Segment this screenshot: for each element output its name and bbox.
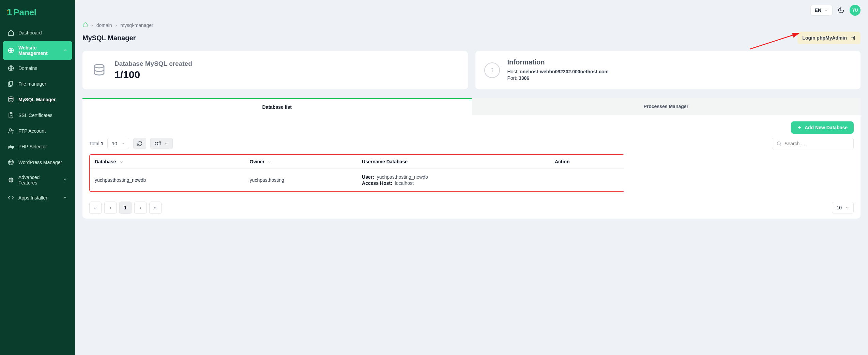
- logo[interactable]: ↑1 Panel: [3, 3, 72, 25]
- table-row: yuchpasthosting_newdb yuchpasthosting Us…: [90, 169, 624, 192]
- chevron-down-icon: [845, 206, 849, 210]
- sidebar-item-advanced[interactable]: Advanced Features: [3, 171, 72, 190]
- cell-actions: [550, 169, 624, 192]
- sidebar-item-dashboard[interactable]: Dashboard: [3, 25, 72, 40]
- page-title: MySQL Manager: [82, 34, 136, 42]
- cell-username-database: User: yuchpasthosting_newdb Access Host:…: [357, 169, 550, 192]
- sidebar-item-domains[interactable]: Domains: [3, 61, 72, 76]
- breadcrumb-current: mysql-manager: [120, 23, 153, 28]
- wordpress-icon: [7, 159, 14, 166]
- sidebar-item-label: MySQL Manager: [18, 97, 56, 102]
- globe-icon: [7, 65, 14, 72]
- pagination: « ‹ 1 › »: [89, 202, 162, 214]
- cell-owner: yuchpasthosting: [245, 169, 357, 192]
- page-size-select[interactable]: 10: [107, 138, 129, 149]
- chevron-down-icon: [121, 142, 125, 146]
- chevron-right-icon: ›: [91, 23, 93, 28]
- sidebar-item-label: Dashboard: [18, 30, 42, 35]
- topbar: EN YU: [75, 0, 868, 16]
- pager-prev[interactable]: ‹: [104, 202, 117, 214]
- sidebar-item-label: Apps Installer: [18, 195, 47, 201]
- add-label: Add New Database: [805, 125, 848, 130]
- sidebar-item-label: Domains: [18, 65, 37, 71]
- database-icon: [91, 62, 107, 78]
- php-icon: php: [7, 143, 14, 150]
- breadcrumb-parent[interactable]: domain: [96, 23, 112, 28]
- search-icon: [776, 141, 782, 146]
- pager-last[interactable]: »: [149, 202, 162, 214]
- login-phpmyadmin-button[interactable]: Login phpMyAdmin: [797, 32, 861, 44]
- moon-icon: [838, 7, 844, 14]
- pager-first[interactable]: «: [89, 202, 102, 214]
- sidebar-item-label: PHP Selector: [18, 144, 47, 149]
- svg-point-11: [94, 64, 104, 68]
- sidebar-item-label: Website Management: [18, 45, 59, 56]
- col-username-database: Username Database: [357, 155, 550, 169]
- refresh-button[interactable]: [133, 138, 146, 149]
- tab-database-list[interactable]: Database list: [82, 98, 472, 115]
- host-line: Host: onehost-webhn092302.000nethost.com: [507, 69, 609, 74]
- tab-processes-manager[interactable]: Processes Manager: [472, 98, 861, 115]
- sidebar-item-php[interactable]: php PHP Selector: [3, 139, 72, 154]
- svg-rect-9: [10, 179, 12, 181]
- theme-toggle[interactable]: [837, 6, 845, 14]
- annotation-arrow-icon: [748, 30, 803, 51]
- information-card: Information Host: onehost-webhn092302.00…: [475, 51, 861, 89]
- chevron-down-icon: [824, 8, 828, 12]
- user-avatar[interactable]: YU: [850, 5, 861, 16]
- chevron-right-icon: ›: [116, 23, 117, 28]
- svg-point-13: [777, 142, 780, 145]
- refresh-icon: [137, 141, 142, 146]
- sidebar-item-label: SSL Certificates: [18, 113, 52, 118]
- perpage-select[interactable]: 10: [832, 202, 854, 213]
- pager-page-1[interactable]: 1: [119, 202, 132, 214]
- database-icon: [7, 96, 14, 103]
- cell-database: yuchpasthosting_newdb: [90, 169, 245, 192]
- svg-line-10: [750, 33, 799, 49]
- sort-icon: [119, 160, 123, 164]
- add-new-database-button[interactable]: Add New Database: [791, 121, 854, 134]
- sort-icon: [268, 160, 272, 164]
- home-icon[interactable]: [82, 22, 88, 28]
- tabs: Database list Processes Manager: [82, 98, 861, 115]
- breadcrumb: › domain › mysql-manager: [82, 22, 861, 28]
- sidebar-item-ssl[interactable]: SSL Certificates: [3, 108, 72, 123]
- logo-text: Panel: [14, 7, 36, 18]
- avatar-initials: YU: [852, 8, 858, 13]
- created-value: 1/100: [115, 69, 192, 80]
- svg-point-12: [492, 68, 492, 69]
- clipboard-check-icon: [7, 112, 14, 119]
- pager-next[interactable]: ›: [134, 202, 147, 214]
- sidebar-item-wordpress[interactable]: WordPress Manager: [3, 155, 72, 170]
- language-selector[interactable]: EN: [810, 5, 833, 16]
- files-icon: [7, 80, 14, 87]
- sidebar-item-label: WordPress Manager: [18, 160, 62, 165]
- sidebar-item-ftp[interactable]: FTP Account: [3, 123, 72, 138]
- sidebar-item-apps-installer[interactable]: Apps Installer: [3, 190, 72, 205]
- svg-point-3: [9, 97, 13, 99]
- autorefresh-select[interactable]: Off: [150, 138, 173, 149]
- main-content: EN YU › domain › mysql-manager MySQL: [75, 0, 868, 355]
- col-database[interactable]: Database: [90, 155, 245, 169]
- user-plus-icon: [7, 128, 14, 134]
- created-label: Database MySQL created: [115, 60, 192, 68]
- sidebar-item-file-manager[interactable]: File manager: [3, 76, 72, 91]
- login-pma-label: Login phpMyAdmin: [802, 35, 847, 41]
- chevron-down-icon: [63, 195, 67, 201]
- svg-point-6: [9, 129, 12, 131]
- database-table: Database Owner Username Da: [90, 155, 624, 191]
- search-input[interactable]: [785, 141, 849, 146]
- cpu-icon: [7, 177, 14, 183]
- logo-mark-icon: ↑1: [7, 7, 12, 18]
- total-count: Total 1: [89, 141, 103, 146]
- sidebar-item-website-management[interactable]: Website Management: [3, 41, 72, 60]
- search-box[interactable]: [772, 138, 854, 149]
- globe-settings-icon: [7, 47, 14, 54]
- info-title: Information: [507, 58, 609, 66]
- svg-rect-8: [9, 178, 13, 182]
- sidebar-item-mysql-manager[interactable]: MySQL Manager: [3, 92, 72, 107]
- sidebar-item-label: File manager: [18, 81, 46, 87]
- col-owner[interactable]: Owner: [245, 155, 357, 169]
- login-icon: [850, 35, 856, 41]
- sidebar-item-label: FTP Account: [18, 128, 46, 134]
